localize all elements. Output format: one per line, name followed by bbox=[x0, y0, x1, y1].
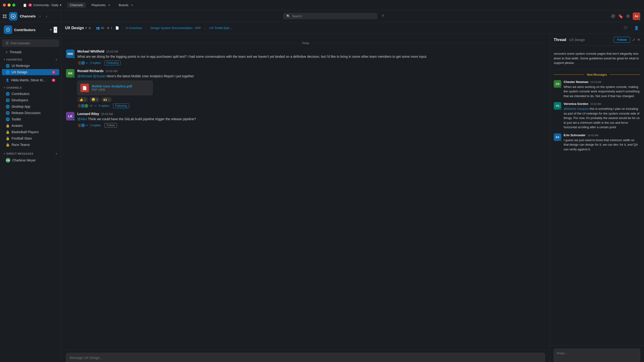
following-badge-2[interactable]: Following bbox=[113, 104, 129, 108]
thread-msg-body-1: Chester Newman 10:43 AM When we were wor… bbox=[564, 80, 640, 98]
sidebar-item-ux-design[interactable]: 🌐 UX Design 1 bbox=[2, 69, 59, 75]
workspace-icon[interactable] bbox=[4, 26, 12, 34]
channel-members-button[interactable]: 👤 bbox=[633, 24, 640, 32]
community-tab-caret: ▾ bbox=[60, 3, 62, 7]
messages-area: Today MW Michael Whitfield 10:43 AM bbox=[61, 34, 550, 350]
sidebar-item-football-stars[interactable]: 🔒 Football Stars bbox=[2, 135, 59, 142]
message-mention-michael[interactable]: @Michael @Susan bbox=[77, 74, 106, 78]
thread-info-1[interactable]: ↩ 3 replies Following bbox=[77, 60, 545, 65]
channels-section-label: CHANNELS bbox=[6, 86, 22, 89]
channel-star-icon[interactable]: ☆ bbox=[88, 26, 91, 30]
direct-messages-section-header: ▾ DIRECT MESSAGES + bbox=[0, 151, 61, 156]
channel-member-count: 👥 48 bbox=[96, 26, 104, 30]
veronica-gordon-online-dot bbox=[560, 108, 562, 110]
add-dm-button[interactable]: + bbox=[56, 152, 57, 155]
global-nav-right: @ 🔖 ⚙ Ac bbox=[607, 10, 644, 22]
favorites-label: FAVORITES bbox=[6, 58, 22, 61]
sidebar-item-basketball-players[interactable]: 🔒 Basketball Players bbox=[2, 129, 59, 135]
settings-button[interactable]: ⚙ bbox=[626, 14, 630, 19]
message-mention-alex[interactable]: @Alex bbox=[77, 117, 87, 121]
close-traffic-light[interactable] bbox=[3, 4, 6, 6]
channel-shield-button[interactable]: 🛡 bbox=[622, 24, 629, 32]
sidebar-item-developers[interactable]: 🌐 Developers bbox=[2, 97, 59, 103]
thread-message-erin-schroeder: ES Erin Schroeder 10:43 AM I guess we ju… bbox=[554, 134, 640, 152]
file-attachment-1: 📄 Mobile User Analytics.pdf PDF 15KB bbox=[77, 80, 153, 95]
erin-schroeder-avatar: ES bbox=[554, 134, 561, 141]
sidebar-item-toolkit[interactable]: 🌐 Toolkit bbox=[2, 116, 59, 122]
user-avatar[interactable]: Ac bbox=[633, 12, 640, 20]
fullscreen-traffic-light[interactable] bbox=[12, 4, 15, 6]
chester-newman-avatar: CN bbox=[554, 80, 561, 88]
thread-mention-martha[interactable]: @Martha Vasquez bbox=[564, 107, 589, 110]
thread-avatars-3 bbox=[77, 123, 84, 128]
follow-badge-3[interactable]: Follow bbox=[104, 123, 117, 128]
channels-collapse-icon[interactable]: ▾ bbox=[4, 86, 5, 89]
pdf-icon: 📄 bbox=[80, 84, 89, 92]
boards-tab-close[interactable]: ✕ bbox=[131, 4, 133, 7]
date-divider-today: Today bbox=[66, 42, 545, 45]
sidebar-item-avatars[interactable]: 🔒 Avatars bbox=[2, 122, 59, 129]
following-badge-1[interactable]: Following bbox=[104, 60, 121, 65]
app-grid-icon[interactable] bbox=[3, 14, 6, 18]
channel-link-ui-inventory[interactable]: UI Inventory bbox=[126, 26, 142, 30]
tab-boards[interactable]: Boards ✕ bbox=[116, 2, 136, 8]
reaction-thumbsup[interactable]: 👍 1 bbox=[77, 97, 88, 102]
message-input-box[interactable] bbox=[66, 353, 545, 362]
workspace-name: Contributors bbox=[14, 28, 48, 32]
reaction-smile[interactable]: 😄 4 bbox=[89, 97, 100, 102]
thumbsup-count: 1 bbox=[84, 98, 86, 101]
thread-info-2[interactable]: +2 ↩ 3 replies Following bbox=[77, 104, 545, 108]
sidebar-item-race-teams[interactable]: 🔒 Race Teams bbox=[2, 142, 59, 148]
bookmark-button[interactable]: 🔖 bbox=[618, 14, 623, 19]
workspace-logo[interactable] bbox=[9, 12, 18, 20]
file-name[interactable]: Mobile User Analytics.pdf bbox=[92, 84, 132, 88]
message-input[interactable] bbox=[70, 356, 542, 360]
sidebar-item-desktop-app[interactable]: 🌐 Desktop App bbox=[2, 104, 59, 110]
channel-link-design-system[interactable]: Design System Documentation - WIP bbox=[150, 26, 201, 30]
thread-follow-button[interactable]: Follow bbox=[614, 37, 630, 43]
favorites-collapse-icon[interactable]: ▾ bbox=[4, 58, 5, 61]
channel-name-caret[interactable]: ▾ bbox=[85, 26, 87, 30]
sidebar-item-charlene-meyer[interactable]: CM Charlene Meyer bbox=[2, 157, 59, 164]
thread-expand-button[interactable]: ⤢ bbox=[632, 38, 635, 42]
favorites-section-header: ▾ FAVORITES + bbox=[0, 57, 61, 62]
clap-count: 1 bbox=[108, 98, 110, 101]
channel-link-ux-toolkit[interactable]: UX Toolkit Epic... bbox=[209, 26, 232, 30]
contributors-channel-label: Contributors bbox=[12, 92, 30, 96]
nav-back-button[interactable]: ‹ bbox=[38, 13, 42, 20]
boards-tab-label: Boards bbox=[119, 3, 128, 7]
thread-reply-box[interactable] bbox=[554, 348, 640, 362]
sidebar-item-ui-redesign[interactable]: 🌐 UI Redesign bbox=[2, 63, 59, 69]
tab-channels[interactable]: Channels bbox=[67, 2, 86, 8]
thread-message-chester-newman: CN Chester Newman 10:43 AM When we were … bbox=[554, 80, 640, 98]
thread-reply-input[interactable] bbox=[557, 352, 637, 355]
messages-column: Today MW Michael Whitfield 10:43 AM bbox=[61, 34, 550, 362]
playbooks-tab-close[interactable]: ✕ bbox=[108, 4, 110, 7]
reaction-clap[interactable]: 🙌 1 bbox=[101, 97, 112, 102]
tab-playbooks[interactable]: Playbooks ✕ bbox=[89, 2, 113, 8]
nav-forward-button[interactable]: › bbox=[44, 13, 48, 20]
private-channel-icon-2: 🔒 bbox=[6, 130, 10, 134]
help-button[interactable]: ? bbox=[380, 13, 385, 20]
thread-msg-header-1: Chester Newman 10:43 AM bbox=[564, 80, 640, 84]
sidebar-item-release-discussion[interactable]: 🌐 Release Discussion bbox=[2, 110, 59, 116]
add-channel-button[interactable]: + bbox=[54, 27, 57, 33]
find-channels-input[interactable] bbox=[10, 42, 56, 45]
message-header-3: Leonard Riley 10:43 AM bbox=[77, 112, 545, 116]
thread-count-3-label: ↩ bbox=[86, 124, 88, 127]
add-favorite-button[interactable]: + bbox=[56, 58, 57, 61]
community-tab-badge: 4 bbox=[28, 4, 32, 6]
sidebar-search[interactable]: ☰ bbox=[2, 39, 59, 47]
sidebar-item-contributors[interactable]: 🌐 Contributors bbox=[2, 91, 59, 97]
search-box[interactable]: 🔍 Search bbox=[283, 13, 378, 19]
thread-panel-channel: UX Design bbox=[569, 38, 585, 42]
tab-community-daily[interactable]: 📋 4 Community - Daily ▾ bbox=[20, 2, 64, 8]
sidebar-item-threads[interactable]: ≡ Threads bbox=[2, 49, 59, 55]
mention-button[interactable]: @ bbox=[611, 14, 615, 18]
dm-collapse-icon[interactable]: ▾ bbox=[4, 152, 5, 155]
sidebar-item-hilda-martin[interactable]: 👤 Hilda Martin, Steve M... 2 bbox=[2, 77, 59, 83]
minimize-traffic-light[interactable] bbox=[8, 4, 10, 6]
thread-info-3[interactable]: ↩ 3 replies Follow bbox=[77, 123, 545, 128]
thread-close-button[interactable]: ✕ bbox=[637, 38, 640, 42]
thread-msg-author-1: Chester Newman bbox=[564, 80, 588, 84]
